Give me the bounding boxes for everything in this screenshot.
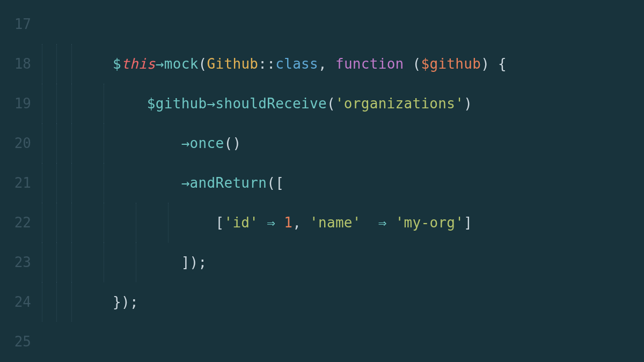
token: ( — [413, 56, 421, 72]
line-number: 17 — [0, 16, 31, 32]
indent-guides — [31, 322, 113, 361]
token — [361, 215, 370, 231]
code-editor[interactable]: 1718$this→mock(Github::class, function (… — [0, 0, 644, 361]
token: [ — [215, 215, 224, 231]
token: 'my-org' — [396, 215, 464, 231]
code-content[interactable]: }); — [113, 294, 138, 310]
line-number: 19 — [0, 95, 31, 112]
code-line[interactable]: 21 →andReturn([ — [0, 163, 644, 203]
token: ]); — [181, 254, 207, 270]
token: () — [224, 135, 241, 151]
code-content[interactable]: ]); — [113, 254, 207, 270]
indent-guides — [31, 44, 113, 84]
line-number: 23 — [0, 254, 31, 270]
token — [258, 215, 267, 231]
token: , — [318, 56, 335, 72]
token: → — [156, 56, 164, 72]
token: mock — [164, 56, 199, 72]
code-content[interactable]: $this→mock(Github::class, function ($git… — [113, 56, 507, 72]
token: ) — [464, 95, 472, 112]
line-number: 21 — [0, 175, 31, 191]
indent-guides — [31, 242, 113, 282]
line-number: 20 — [0, 135, 31, 151]
token: ) — [481, 56, 489, 72]
token: ⇒ — [267, 215, 275, 231]
token: Github — [207, 56, 259, 72]
code-content[interactable]: $github→shouldReceive('organizations') — [113, 95, 472, 112]
token: function — [335, 56, 413, 72]
code-line[interactable]: 23 ]); — [0, 242, 644, 282]
token: $ — [113, 56, 121, 72]
token: 'organizations' — [335, 95, 464, 112]
indent-guides — [31, 84, 113, 123]
code-content[interactable]: →once() — [113, 135, 241, 151]
token — [275, 215, 284, 231]
token: { — [489, 56, 507, 72]
line-number: 22 — [0, 215, 31, 231]
indent-guides — [31, 4, 113, 44]
token: class — [275, 56, 318, 72]
token: → — [207, 95, 216, 112]
token: ( — [327, 95, 335, 112]
code-content[interactable]: →andReturn([ — [113, 175, 284, 191]
token: $github — [421, 56, 481, 72]
line-number: 24 — [0, 294, 31, 310]
code-line[interactable]: 25 — [0, 322, 644, 361]
token: ([ — [267, 175, 284, 191]
code-line[interactable]: 19 $github→shouldReceive('organizations'… — [0, 84, 644, 123]
token: → — [181, 135, 190, 151]
token: ⇒ — [370, 215, 396, 231]
code-line[interactable]: 22 ['id' ⇒ 1, 'name' ⇒ 'my-org'] — [0, 203, 644, 242]
token: ( — [199, 56, 207, 72]
indent-guides — [31, 163, 113, 203]
token: $github — [147, 95, 207, 112]
token: → — [181, 175, 190, 191]
token: 'id' — [224, 215, 258, 231]
token: once — [190, 135, 224, 151]
indent-guides — [31, 123, 113, 163]
code-content[interactable]: ['id' ⇒ 1, 'name' ⇒ 'my-org'] — [113, 215, 472, 231]
token: ] — [464, 215, 472, 231]
token: } — [113, 294, 121, 310]
code-line[interactable]: 20 →once() — [0, 123, 644, 163]
token: , — [292, 215, 310, 231]
indent-guides — [31, 282, 113, 322]
line-number: 25 — [0, 334, 31, 350]
token: ); — [121, 294, 138, 310]
token: andReturn — [190, 175, 267, 191]
token: 1 — [284, 215, 292, 231]
line-number: 18 — [0, 56, 31, 72]
code-line[interactable]: 17 — [0, 4, 644, 44]
code-line[interactable]: 24}); — [0, 282, 644, 322]
token: this — [121, 56, 156, 72]
indent-guides — [31, 203, 113, 242]
token: :: — [258, 56, 275, 72]
code-line[interactable]: 18$this→mock(Github::class, function ($g… — [0, 44, 644, 84]
token: shouldReceive — [215, 95, 326, 112]
token: 'name' — [310, 215, 361, 231]
